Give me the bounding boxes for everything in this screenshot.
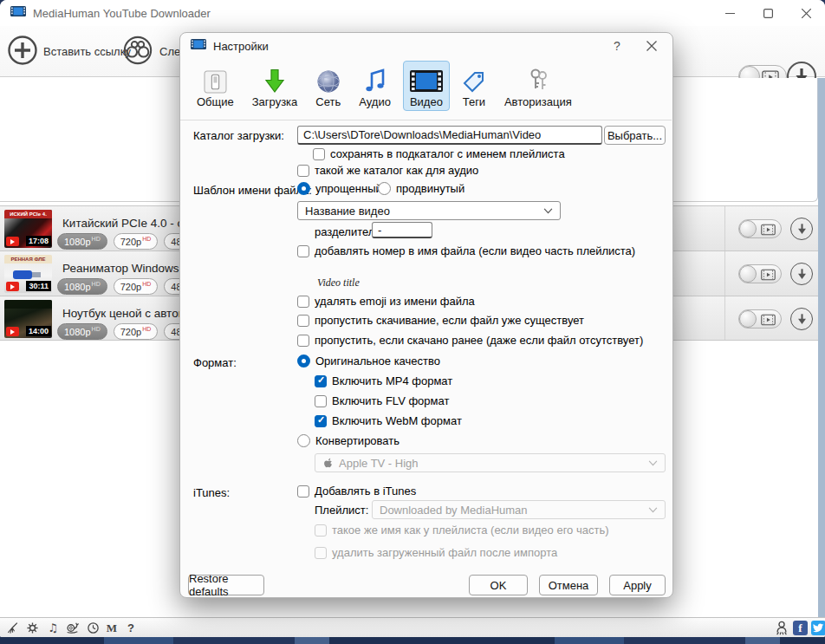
radio-dot	[297, 182, 310, 195]
hd-badge: HD	[92, 281, 101, 287]
filmstrip-icon	[761, 224, 776, 239]
download-dir-input[interactable]	[297, 126, 602, 145]
video-thumbnail: ИСКИЙ PCIe 4. 17:08	[4, 210, 52, 248]
hd-badge: HD	[92, 236, 101, 242]
row-video-toggle[interactable]	[738, 264, 782, 283]
checkbox-box	[315, 395, 327, 407]
radio-simple[interactable]: упрощенный	[297, 182, 382, 195]
restore-defaults-button[interactable]: Restore defaults	[188, 575, 264, 595]
checkbox-box	[315, 547, 327, 559]
row-video-toggle[interactable]	[738, 309, 782, 329]
checkbox-box	[315, 415, 327, 427]
quality-pill-720p[interactable]: 720pHD	[114, 233, 159, 250]
twitter-icon[interactable]	[811, 621, 825, 635]
quality-pill-720p[interactable]: 720pHD	[114, 323, 159, 340]
checkbox-box	[315, 524, 327, 537]
checkbox-delete-after-import[interactable]: удалить загруженный файл после импорта	[315, 546, 557, 559]
separator-input[interactable]	[372, 222, 432, 238]
keys-icon	[527, 64, 549, 94]
desktop-background	[0, 637, 825, 644]
playlist-select[interactable]: Downloaded by MediaHuman	[372, 500, 666, 519]
download-arrow-icon	[264, 64, 285, 94]
switch-icon	[204, 64, 227, 94]
tab-general[interactable]: Общие	[191, 61, 240, 111]
tab-video[interactable]: Видео	[403, 61, 450, 111]
column-separator	[724, 296, 725, 340]
dialog-help-button[interactable]: ?	[600, 34, 634, 58]
paste-link-button[interactable]: Вставить ссылку	[7, 35, 131, 68]
tag-icon	[462, 64, 486, 94]
row-download-button[interactable]	[790, 263, 813, 285]
radio-convert[interactable]: Конвертировать	[297, 434, 400, 447]
globe-icon	[316, 64, 341, 94]
checkbox-skip-exists[interactable]: пропустить скачивание, если файл уже сущ…	[297, 314, 584, 327]
template-pattern-select[interactable]: Название видео	[297, 201, 561, 220]
checkbox-same-as-audio[interactable]: такой же каталог как для аудио	[297, 164, 478, 177]
chevron-down-icon	[648, 507, 658, 513]
checkbox-save-subfolder[interactable]: сохранять в подкаталог с именем плейлист…	[313, 147, 565, 160]
checkbox-flv[interactable]: Включить FLV формат	[315, 394, 449, 407]
minimize-button[interactable]	[711, 0, 749, 26]
tab-audio[interactable]: Аудио	[353, 61, 397, 111]
app-icon	[191, 38, 206, 54]
radio-advanced[interactable]: продвинутый	[378, 182, 464, 195]
filmstrip-icon	[761, 314, 776, 329]
maximize-button[interactable]	[749, 0, 787, 26]
column-separator	[724, 251, 725, 296]
toggle-knob	[739, 265, 757, 283]
checkbox-add-to-itunes[interactable]: Добавлять в iTunes	[297, 485, 416, 498]
hd-badge: HD	[142, 326, 151, 332]
tab-tags[interactable]: Теги	[456, 61, 492, 111]
checkbox-mp4[interactable]: Включить MP4 формат	[315, 374, 452, 387]
quality-pill-720p[interactable]: 720pHD	[114, 278, 159, 295]
tabbar-separator	[180, 120, 672, 120]
apply-button[interactable]: Apply	[609, 575, 666, 595]
help-icon[interactable]: ?	[123, 621, 139, 635]
quality-pill-1080p[interactable]: 1080pHD	[57, 233, 107, 250]
cancel-button[interactable]: Отмена	[539, 575, 598, 595]
quality-pill-1080p[interactable]: 1080pHD	[57, 278, 107, 295]
checkbox-webm[interactable]: Включить WebM формат	[315, 414, 462, 427]
row-video-toggle[interactable]	[738, 219, 782, 238]
checkbox-same-playlist-name[interactable]: такое же имя как у плейлиста (если видео…	[315, 524, 609, 537]
usb-drive-art	[13, 268, 42, 282]
youtube-play-icon	[6, 327, 19, 336]
close-button[interactable]	[787, 0, 825, 26]
tab-download[interactable]: Загрузка	[246, 61, 304, 111]
choose-folder-button[interactable]: Выбрать...	[604, 126, 666, 145]
ok-button[interactable]: OK	[469, 575, 528, 595]
mediahuman-logo-icon[interactable]: M	[104, 621, 120, 635]
main-titlebar: MediaHuman YouTube Downloader	[0, 0, 825, 26]
audio-notes-icon[interactable]: ♫	[45, 621, 61, 635]
filename-preview: Video title	[317, 276, 360, 289]
schedule-clock-icon[interactable]	[85, 621, 101, 635]
mascot-icon[interactable]	[774, 621, 789, 635]
window-title: MediaHuman YouTube Downloader	[33, 7, 211, 20]
checkbox-add-number[interactable]: добавлять номер в имя файла (если видео …	[297, 244, 635, 257]
speed-snail-icon[interactable]	[64, 621, 80, 635]
checkbox-box	[297, 165, 309, 177]
radio-dot	[378, 182, 391, 195]
tab-authorization[interactable]: Авторизация	[498, 61, 578, 111]
apple-icon	[322, 457, 334, 470]
cleanup-broom-icon[interactable]	[5, 621, 21, 635]
chevron-down-icon	[648, 460, 658, 466]
hd-badge: HD	[92, 326, 101, 332]
facebook-icon[interactable]: f	[793, 621, 808, 635]
row-download-button[interactable]	[790, 308, 813, 330]
settings-gear-icon[interactable]	[24, 621, 40, 635]
radio-dot	[297, 434, 310, 447]
video-duration: 14:00	[26, 326, 51, 336]
dialog-title: Настройки	[213, 40, 600, 53]
radio-original-quality[interactable]: Оригинальное качество	[297, 355, 440, 368]
quality-options: 1080pHD 720pHD 480p	[57, 233, 199, 250]
checkbox-remove-emoji[interactable]: удалять emoji из имени файла	[297, 295, 475, 308]
screen: MediaHuman YouTube Downloader Вставить с…	[0, 0, 825, 644]
checkbox-box	[313, 148, 325, 160]
tab-network[interactable]: Сеть	[309, 61, 347, 111]
convert-preset-select[interactable]: Apple TV - High	[315, 453, 666, 472]
checkbox-skip-downloaded[interactable]: пропустить, если скачано ранее (даже есл…	[297, 334, 643, 347]
quality-pill-1080p[interactable]: 1080pHD	[57, 323, 107, 340]
row-download-button[interactable]	[790, 218, 813, 240]
dialog-close-button[interactable]	[634, 34, 669, 58]
